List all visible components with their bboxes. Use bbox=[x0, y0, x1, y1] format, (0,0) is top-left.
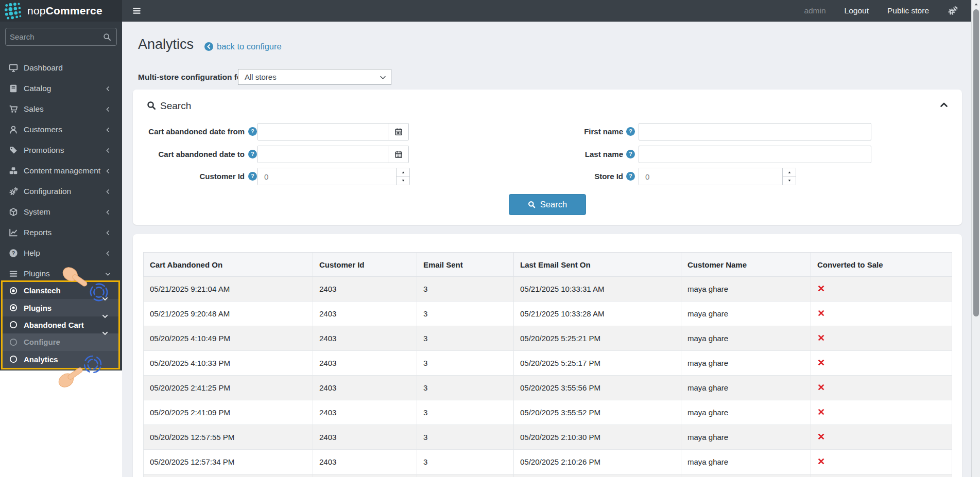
cart-abandoned-date-from-input[interactable] bbox=[258, 123, 388, 140]
nopcommerce-logo[interactable]: nopCommerce bbox=[0, 0, 122, 22]
chevron-left-icon bbox=[105, 189, 111, 195]
cell-email-sent: 3 bbox=[417, 326, 514, 351]
table-row: 05/21/2025 9:20:48 AM2403305/21/2025 10:… bbox=[144, 302, 952, 326]
not-converted-icon bbox=[817, 285, 825, 292]
sidebar-menu: DashboardCatalogSalesCustomersPromotions… bbox=[0, 58, 122, 284]
chevron-down-icon bbox=[105, 271, 111, 277]
sidebar-item-sales[interactable]: Sales bbox=[0, 99, 122, 119]
spinner-down-button[interactable] bbox=[783, 177, 796, 185]
calendar-button[interactable] bbox=[388, 123, 408, 140]
cell-customer-id: 2403 bbox=[313, 450, 417, 474]
store-id-input[interactable] bbox=[639, 168, 782, 185]
store-id-field bbox=[639, 168, 796, 185]
chart-icon bbox=[9, 228, 18, 237]
monitor-icon bbox=[9, 63, 18, 73]
svg-text:?: ? bbox=[629, 128, 632, 134]
first-name-input[interactable] bbox=[639, 123, 871, 140]
not-converted-icon bbox=[817, 309, 825, 317]
sidebar-item-dashboard[interactable]: Dashboard bbox=[0, 58, 122, 78]
table-row: 05/20/2025 2:41:09 PM2403305/20/2025 3:5… bbox=[144, 400, 952, 425]
calendar-button[interactable] bbox=[388, 146, 408, 163]
sidebar-subitem-abandoned-cart[interactable]: Abandoned Cart bbox=[3, 316, 118, 333]
multistore-label: Multi-store configuration for bbox=[138, 73, 245, 82]
settings-gears-icon[interactable] bbox=[948, 6, 958, 16]
scroll-up-arrow[interactable] bbox=[972, 0, 980, 8]
search-button[interactable]: Search bbox=[509, 194, 586, 215]
sidebar-item-reports[interactable]: Reports bbox=[0, 222, 122, 243]
not-converted-icon bbox=[817, 334, 825, 342]
spinner-up-button[interactable] bbox=[397, 168, 409, 177]
help-tooltip-icon[interactable]: ? bbox=[248, 150, 257, 158]
catalog-icon bbox=[9, 84, 18, 93]
search-panel: Search Cart abandoned date from ? Cart a… bbox=[133, 90, 962, 225]
cell-last-email-sent-on: 05/20/2025 5:25:21 PM bbox=[514, 326, 681, 351]
cell-email-sent: 3 bbox=[417, 376, 514, 400]
cart-abandoned-date-to-input[interactable] bbox=[258, 146, 388, 163]
calendar-icon bbox=[394, 128, 403, 136]
sidebar-item-promotions[interactable]: Promotions bbox=[0, 140, 122, 161]
customer-id-label: Customer Id bbox=[133, 168, 245, 185]
help-tooltip-icon[interactable]: ? bbox=[626, 127, 635, 136]
sidebar-toggle-button[interactable] bbox=[132, 6, 142, 15]
column-header-email-sent[interactable]: Email Sent bbox=[417, 253, 514, 277]
help-tooltip-icon[interactable]: ? bbox=[248, 127, 257, 136]
sidebar-subitem-clanstech[interactable]: Clanstech bbox=[3, 282, 118, 299]
collapse-panel-chevron-icon[interactable] bbox=[940, 101, 948, 109]
number-spinner bbox=[782, 168, 796, 185]
spinner-down-button[interactable] bbox=[397, 177, 409, 185]
logout-link[interactable]: Logout bbox=[845, 6, 869, 15]
store-selector[interactable]: All stores bbox=[238, 69, 391, 85]
sidebar-item-customers[interactable]: Customers bbox=[0, 119, 122, 140]
sidebar-item-system[interactable]: System bbox=[0, 202, 122, 222]
sidebar-subitem-analytics[interactable]: Analytics bbox=[3, 351, 118, 368]
help-tooltip-icon[interactable]: ? bbox=[248, 172, 257, 181]
last-name-input[interactable] bbox=[639, 146, 871, 163]
help-tooltip-icon[interactable]: ? bbox=[626, 150, 635, 158]
chevron-left-icon bbox=[105, 127, 111, 133]
table-row: 05/21/2025 9:21:04 AM2403305/21/2025 10:… bbox=[144, 277, 952, 302]
chevron-down-icon bbox=[102, 296, 108, 302]
dot-circle-icon bbox=[9, 304, 18, 312]
column-header-customer-id[interactable]: Customer Id bbox=[313, 253, 417, 277]
help-tooltip-icon[interactable]: ? bbox=[626, 172, 635, 181]
vertical-scrollbar[interactable] bbox=[971, 0, 980, 477]
cell-last-email-sent-on: 05/20/2025 2:10:26 PM bbox=[514, 450, 681, 474]
cell-customer-name: maya ghare bbox=[681, 351, 811, 376]
date-to-field bbox=[257, 146, 409, 163]
customer-id-input[interactable] bbox=[258, 168, 396, 185]
cart-abandoned-date-from-label: Cart abandoned date from bbox=[133, 123, 245, 140]
cart-abandoned-date-to-label: Cart abandoned date to bbox=[133, 146, 245, 163]
svg-text:?: ? bbox=[251, 128, 254, 134]
not-converted-icon bbox=[817, 383, 825, 391]
sidebar-search-box bbox=[5, 28, 117, 46]
cell-converted-to-sale bbox=[811, 326, 952, 351]
plugin-submenu-highlighted: ClanstechPluginsAbandoned CartConfigureA… bbox=[1, 280, 120, 369]
sidebar-search-input[interactable] bbox=[6, 32, 103, 41]
spinner-up-button[interactable] bbox=[783, 168, 796, 177]
sidebar-item-help[interactable]: ?Help bbox=[0, 243, 122, 263]
search-icon[interactable] bbox=[103, 33, 111, 41]
back-to-configure-link[interactable]: back to configure bbox=[204, 42, 282, 51]
sidebar-item-catalog[interactable]: Catalog bbox=[0, 78, 122, 99]
cell-customer-name: maya ghare bbox=[681, 277, 811, 302]
sidebar-item-configuration[interactable]: Configuration bbox=[0, 181, 122, 202]
sidebar-subitem-configure[interactable]: Configure bbox=[3, 333, 118, 350]
circle-icon bbox=[9, 338, 18, 346]
sidebar-item-content-management[interactable]: Content management bbox=[0, 161, 122, 181]
column-header-last-email-sent-on[interactable]: Last Email Sent On bbox=[514, 253, 681, 277]
search-icon bbox=[528, 201, 536, 208]
nopcommerce-admin-page: { "topbar": { "brand_light": "nop", "bra… bbox=[0, 0, 980, 477]
sidebar-subitem-plugins[interactable]: Plugins bbox=[3, 299, 118, 316]
column-header-converted-to-sale[interactable]: Converted to Sale bbox=[811, 253, 952, 277]
public-store-link[interactable]: Public store bbox=[887, 6, 929, 15]
dot-circle-icon bbox=[9, 287, 18, 295]
cell-email-sent: 3 bbox=[417, 302, 514, 326]
scrollbar-thumb[interactable] bbox=[973, 9, 979, 316]
chevron-down-icon bbox=[380, 74, 386, 81]
column-header-customer-name[interactable]: Customer Name bbox=[681, 253, 811, 277]
nopcommerce-dots-icon bbox=[4, 1, 24, 21]
cell-customer-id: 2403 bbox=[313, 351, 417, 376]
cell-cart-abandoned-on: 05/20/2025 4:10:49 PM bbox=[144, 326, 313, 351]
cell-customer-id: 2403 bbox=[313, 326, 417, 351]
column-header-cart-abandoned-on[interactable]: Cart Abandoned On bbox=[144, 253, 313, 277]
